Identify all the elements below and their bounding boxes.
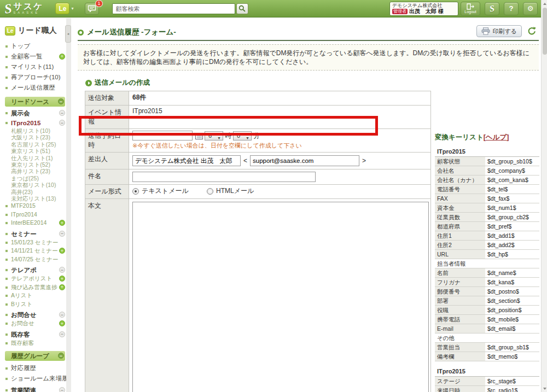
sidebar-item[interactable]: 高井リスト(23) + − [5,168,66,174]
question-icon: ? [509,4,514,13]
search-icon [238,5,246,12]
calendar-icon[interactable] [195,132,203,139]
minus-icon[interactable]: − [59,120,65,126]
minus-icon[interactable]: − [59,110,65,116]
table-row: メール形式 テキストメール HTMLメール [85,185,431,199]
chevron-down-icon[interactable]: ▾ [71,6,73,11]
sidebar-item-label: セミナー [11,231,37,237]
vertical-scrollbar[interactable] [541,0,547,392]
radio-icon[interactable] [132,188,139,195]
sidebar-item[interactable]: ITpro2015 + − [5,119,66,127]
mail-format-radio[interactable]: HTMLメール [207,186,254,196]
sidebar-item[interactable]: 札幌リスト(10) + − [5,127,66,134]
sidebar-item-label: ショールーム来場履歴 [11,375,66,382]
settings-button[interactable]: ⚙ [523,2,538,15]
plus-icon[interactable]: + [59,284,65,290]
scrollbar-thumb[interactable] [543,8,547,55]
plus-icon[interactable]: + [59,276,65,282]
sidebar-item[interactable]: マイリスト(11) + − [5,62,66,72]
sidebar-item[interactable]: Aリスト + − [5,291,66,300]
sidebar-item[interactable]: お問合せ + − [5,311,66,319]
sidebar-item[interactable]: セミナー + − [5,230,66,238]
plus-icon[interactable]: + [59,248,65,254]
scroll-up-arrow[interactable] [542,0,547,7]
sidebar-item[interactable]: ショールーム来場履歴 + − [5,373,66,384]
sidebar-item[interactable]: 対応履歴 + − [5,363,66,373]
minus-icon[interactable]: − [59,267,65,273]
logout-button[interactable]: Logout [461,2,480,16]
key-value: $dt_kana$ [485,278,539,286]
minute-value: 0 [237,132,240,139]
chat-button[interactable]: 1 [85,3,99,15]
sidebar-item[interactable]: 未対応リスト(13) + − [5,195,66,202]
customer-search-input[interactable] [112,3,235,14]
sidebar-item[interactable]: 既存顧客 + − [5,339,66,348]
plus-icon[interactable]: + [59,220,65,226]
key-label: 部署 [435,296,485,305]
key-label: 従業員数 [435,213,485,221]
mail-format-radio[interactable]: テキストメール [132,186,189,196]
sidebar-item-label: 名古屋リスト(25) [11,141,56,148]
sidebar-item[interactable]: 飛び込み営業進捗 + − [5,283,66,292]
sidebar-item[interactable]: リードソース + − [5,97,65,107]
key-value: $rc_radio1$ [485,386,539,392]
minus-icon[interactable]: − [58,353,64,359]
sidebar-item[interactable]: 東京都リスト(10) + − [5,182,66,188]
search-button[interactable] [236,3,248,14]
sidebar-item[interactable]: 東京リスト(52) + − [5,161,66,168]
scroll-down-arrow[interactable] [542,385,547,392]
sidebar-item[interactable]: ITpro2014 + − [5,210,66,219]
sidebar-item[interactable]: まつば(25) + − [5,175,66,182]
sidebar-collapse-handle[interactable]: ◂ [65,25,71,43]
help-button[interactable]: ? [504,2,519,15]
sidebar-item[interactable]: 仕入先リスト(1) + − [5,155,66,161]
sidebar-item[interactable]: 東京リスト(51) + − [5,148,66,154]
sidebar-item[interactable]: 14/11/21 セミナー + − [5,247,66,255]
print-button[interactable]: 印刷する [476,25,522,37]
sidebar-item[interactable]: 大阪リスト(23) + − [5,134,66,141]
sidebar-item[interactable]: Bリスト + − [5,300,66,309]
minus-icon[interactable]: − [59,387,65,392]
sidebar-item[interactable]: 履歴グループ + − [5,351,65,361]
sidebar-item-label: 東京都リスト(10) [11,182,56,188]
sidebar-item[interactable]: 高井(23) + − [5,189,66,195]
sidebar-item[interactable]: InterBEE2014 + − [5,219,66,227]
refresh-icon[interactable] [527,27,537,36]
sidebar-item[interactable]: 営業関連 + − [5,386,66,392]
sidebar-item[interactable]: お問合せ + − [5,319,66,328]
hour-select[interactable]: 6 [205,131,223,141]
product-badge-le[interactable]: Le [55,3,69,14]
sidebar-item[interactable]: 再アプローチ(10) + − [5,72,66,83]
sidebar-item[interactable]: 既存客 + − [5,330,66,339]
target-value: 68件 [129,91,431,106]
sidebar-item[interactable]: MTF2015 + − [5,202,66,210]
sidebar-item[interactable]: メール送信履歴 + − [5,83,66,93]
sender-email-input[interactable] [250,155,359,166]
minus-icon[interactable]: − [59,231,65,237]
minute-select[interactable]: 0 [233,131,252,141]
sidebar-item[interactable]: テレアポリスト + − [5,274,66,283]
help-link[interactable]: ヘルプ [486,133,507,141]
sidebar-item-label: 履歴グループ [11,353,49,359]
schedule-date-input[interactable] [132,131,193,141]
mail-body-textarea[interactable] [132,202,429,392]
plus-icon[interactable]: + [59,320,65,326]
sidebar-item[interactable]: テレアポ + − [5,266,66,274]
plus-icon[interactable]: + [59,54,65,60]
minus-icon[interactable]: − [58,98,64,104]
sidebar-item[interactable]: 15/01/23 セミナー + − [5,238,66,247]
sidebar-item[interactable]: 全顧客一覧 + − [5,51,66,62]
minus-icon[interactable]: − [59,312,65,318]
saaske-home-button[interactable]: S [485,2,499,15]
sidebar-item[interactable]: 展示会 + − [5,109,66,118]
sidebar-item[interactable]: 14/07/25 セミナー + − [5,255,66,264]
form-section-header: 送信メールの作成 [85,78,539,87]
minus-icon[interactable]: − [59,331,65,337]
saaske-logo[interactable]: S サスケ SAASKE [4,2,43,15]
sender-name-input[interactable] [132,155,241,166]
subject-input[interactable] [132,172,316,182]
key-value: $dt_num1$ [485,203,539,212]
radio-icon[interactable] [207,188,213,195]
sidebar-item[interactable]: 名古屋リスト(25) + − [5,141,66,148]
sidebar-item[interactable]: トップ + − [5,41,66,51]
